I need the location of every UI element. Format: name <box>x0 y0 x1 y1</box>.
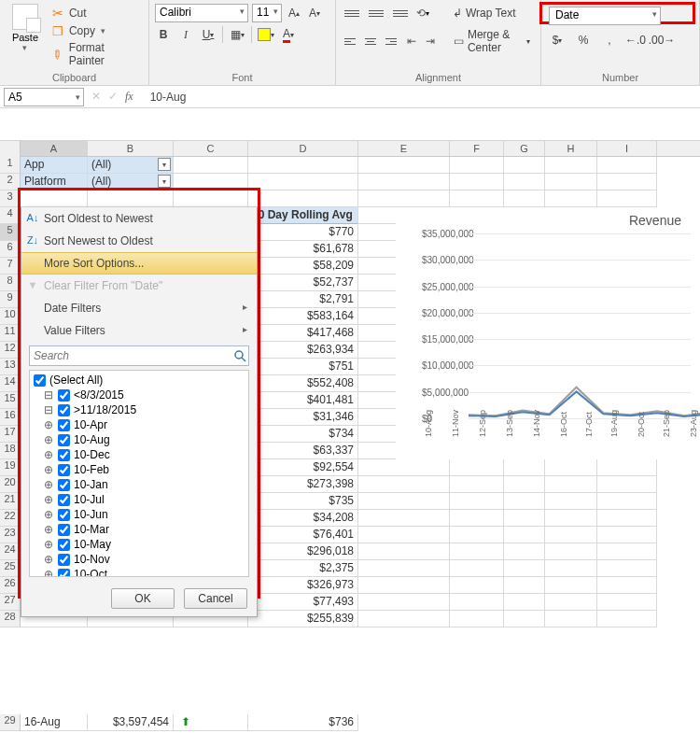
cell-E1[interactable] <box>358 157 450 174</box>
cell-I26[interactable] <box>597 577 657 594</box>
cell-E24[interactable] <box>358 543 450 560</box>
cell-D6[interactable]: $61,678 <box>248 241 358 258</box>
orientation-button[interactable]: ▾ <box>414 5 431 21</box>
col-header-F[interactable]: F <box>450 141 504 156</box>
filter-ok-button[interactable]: OK <box>111 588 175 609</box>
col-header-H[interactable]: H <box>545 141 597 156</box>
align-middle-button[interactable] <box>366 4 386 22</box>
filter-cancel-button[interactable]: Cancel <box>184 588 247 609</box>
filter-dropdown-platform[interactable] <box>158 175 171 188</box>
font-size-select[interactable]: 11 <box>252 4 282 22</box>
cell-D9[interactable]: $2,791 <box>248 291 358 308</box>
cell-G21[interactable] <box>504 493 545 510</box>
row-header-13[interactable]: 13 <box>0 359 21 375</box>
cell-E2[interactable] <box>358 174 450 190</box>
cell-I27[interactable] <box>597 594 657 611</box>
cell-F28[interactable] <box>450 611 504 627</box>
filter-item[interactable]: ⊟<8/3/2015 <box>32 388 246 402</box>
row-header-19[interactable]: 19 <box>0 459 21 476</box>
cell-D27[interactable]: $77,493 <box>248 594 358 611</box>
number-format-select[interactable]: Date <box>549 7 661 25</box>
cell-D10[interactable]: $583,164 <box>248 308 358 325</box>
cell-C1[interactable] <box>174 157 248 174</box>
filter-checkbox[interactable] <box>58 419 70 431</box>
cell-H24[interactable] <box>545 543 597 560</box>
cell-I2[interactable] <box>597 174 657 190</box>
cell-I19[interactable] <box>597 459 657 476</box>
comma-button[interactable]: , <box>599 31 620 49</box>
cell-D20[interactable]: $273,398 <box>248 476 358 493</box>
decrease-decimal-button[interactable]: .00→ <box>651 31 672 49</box>
cell-D13[interactable]: $751 <box>248 359 358 375</box>
decrease-font-button[interactable]: A▾ <box>306 4 323 22</box>
col-header-D[interactable]: D <box>248 141 358 156</box>
filter-checkbox[interactable] <box>58 464 70 476</box>
cell-H22[interactable] <box>545 510 597 527</box>
more-sort-options[interactable]: More Sort Options... <box>21 252 257 275</box>
row-header-15[interactable]: 15 <box>0 392 21 409</box>
cell-F23[interactable] <box>450 527 504 543</box>
row-header-9[interactable]: 9 <box>0 291 21 308</box>
font-name-select[interactable]: Calibri <box>155 4 248 22</box>
increase-font-button[interactable]: A▴ <box>286 4 302 22</box>
cell-D25[interactable]: $2,375 <box>248 560 358 577</box>
align-right-button[interactable] <box>383 32 399 50</box>
cell-F1[interactable] <box>450 157 504 174</box>
cell-H2[interactable] <box>545 174 597 190</box>
cell-D15[interactable]: $401,481 <box>248 392 358 409</box>
align-left-button[interactable] <box>342 32 358 50</box>
cell-D19[interactable]: $92,554 <box>248 459 358 476</box>
cell-I20[interactable] <box>597 476 657 493</box>
cell-D12[interactable]: $263,934 <box>248 342 358 359</box>
header-rolling-avg[interactable]: 30 Day Rolling Avg <box>248 207 358 224</box>
cell-H26[interactable] <box>545 577 597 594</box>
chart-revenue[interactable]: Revenue $0$5,000,000$10,000,000$15,000,0… <box>396 207 700 459</box>
cell-E26[interactable] <box>358 577 450 594</box>
cell-E20[interactable] <box>358 476 450 493</box>
fx-icon[interactable]: fx <box>125 90 137 104</box>
italic-button[interactable]: I <box>177 26 194 43</box>
cell-C3[interactable] <box>174 190 248 207</box>
col-header-I[interactable]: I <box>597 141 657 156</box>
cell-I23[interactable] <box>597 527 657 543</box>
cell-I25[interactable] <box>597 560 657 577</box>
currency-button[interactable]: $▾ <box>547 31 567 49</box>
bold-button[interactable]: B <box>155 26 172 43</box>
formula-input[interactable]: 10-Aug <box>145 91 187 104</box>
row-header-23[interactable]: 23 <box>0 527 21 543</box>
align-bottom-button[interactable] <box>390 4 411 22</box>
filter-checkbox[interactable] <box>58 389 70 402</box>
filter-checkbox[interactable] <box>58 569 70 577</box>
cell-H3[interactable] <box>545 190 597 207</box>
filter-search[interactable] <box>29 345 249 366</box>
cell-F27[interactable] <box>450 594 504 611</box>
cell-I22[interactable] <box>597 510 657 527</box>
cell-G2[interactable] <box>504 174 545 190</box>
cell-D2[interactable] <box>248 174 358 190</box>
border-button[interactable]: ▦▾ <box>229 26 245 43</box>
filter-checkbox[interactable] <box>58 494 70 506</box>
filter-item[interactable]: ⊕10-Apr <box>32 417 246 432</box>
cell-G25[interactable] <box>504 560 545 577</box>
filter-item[interactable]: ⊕10-Mar <box>32 522 246 537</box>
cell-E27[interactable] <box>358 594 450 611</box>
cell-D17[interactable]: $734 <box>248 426 358 443</box>
cell-D18[interactable]: $63,337 <box>248 443 358 459</box>
row-header-3[interactable]: 3 <box>0 190 21 207</box>
cell-B2[interactable]: (All) <box>88 174 174 190</box>
cell-D3[interactable] <box>248 190 358 207</box>
cell-F19[interactable] <box>450 459 504 476</box>
cell-D22[interactable]: $34,208 <box>248 510 358 527</box>
filter-item[interactable]: ⊕10-Dec <box>32 447 246 462</box>
cell-I21[interactable] <box>597 493 657 510</box>
filter-checkbox[interactable] <box>58 434 70 446</box>
filter-checkbox[interactable] <box>34 374 46 387</box>
col-header-G[interactable]: G <box>504 141 545 156</box>
cell-E19[interactable] <box>358 459 450 476</box>
row-header-22[interactable]: 22 <box>0 510 21 527</box>
sort-newest-oldest[interactable]: Z↓Sort Newest to Oldest <box>21 230 257 252</box>
cell-I28[interactable] <box>597 611 657 627</box>
cell-G28[interactable] <box>504 611 545 627</box>
percent-button[interactable]: % <box>573 31 594 49</box>
cell-G23[interactable] <box>504 527 545 543</box>
